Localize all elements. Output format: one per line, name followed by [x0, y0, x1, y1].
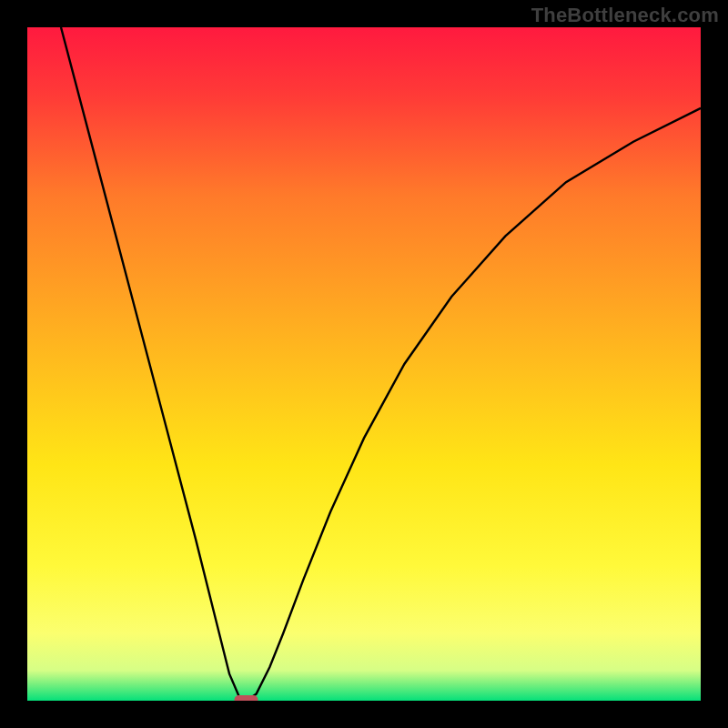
chart-background — [27, 27, 701, 701]
minimum-marker — [235, 695, 258, 701]
chart-frame: TheBottleneck.com — [0, 0, 728, 728]
watermark-label: TheBottleneck.com — [531, 4, 719, 27]
chart-canvas — [27, 27, 701, 701]
plot-area — [27, 27, 701, 701]
